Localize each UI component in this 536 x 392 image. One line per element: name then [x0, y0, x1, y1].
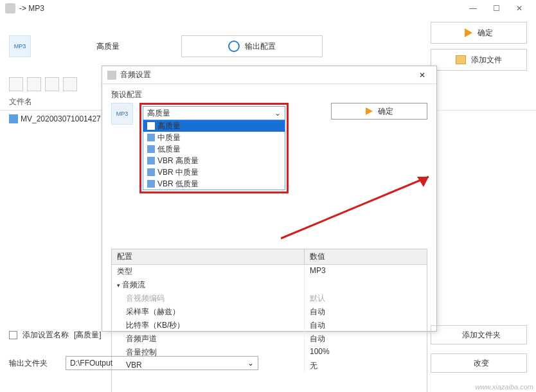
preset-highlight-box: 高质量 ⌄ 高质量 中质量 低质量 VBR 高质量 VBR 中质量 VBR 低质… — [139, 103, 289, 193]
audio-icon — [147, 157, 155, 165]
preset-option[interactable]: 高质量 — [143, 120, 285, 132]
add-folder-label: 添加文件夹 — [462, 330, 501, 341]
bottom-panel: 添加设置名称 [高质量] 添加文件夹 输出文件夹 D:\FFOutput ⌄ 改… — [0, 319, 536, 392]
preset-option[interactable]: 中质量 — [143, 132, 285, 143]
arrow-right-icon — [366, 107, 373, 115]
minimize-button[interactable]: — — [461, 1, 485, 15]
dialog-ok-button[interactable]: 确定 — [331, 103, 427, 120]
preset-option[interactable]: 低质量 — [143, 143, 285, 155]
chevron-down-icon: ⌄ — [274, 109, 281, 118]
tool-button-2[interactable] — [27, 77, 41, 91]
dialog-icon — [107, 71, 116, 80]
output-config-button[interactable]: 输出配置 — [181, 35, 323, 57]
preset-combobox[interactable]: 高质量 ⌄ — [143, 106, 285, 120]
dialog-close-button[interactable]: ✕ — [413, 71, 431, 80]
maximize-button[interactable]: ☐ — [485, 1, 508, 15]
config-table-header: 配置 数值 — [112, 249, 427, 265]
tool-button-4[interactable] — [63, 77, 77, 91]
add-file-button[interactable]: 添加文件 — [431, 49, 527, 71]
preset-option[interactable]: VBR 低质量 — [143, 178, 285, 190]
config-col-key: 配置 — [112, 249, 305, 264]
file-icon — [9, 114, 18, 123]
add-settings-checkbox[interactable] — [9, 331, 17, 339]
quality-label: 高质量 — [96, 41, 135, 52]
preset-dropdown-list: 高质量 中质量 低质量 VBR 高质量 VBR 中质量 VBR 低质量 — [143, 120, 285, 190]
audio-icon — [147, 168, 155, 176]
preset-combo-value: 高质量 — [147, 108, 170, 119]
app-icon — [5, 3, 15, 13]
audio-icon — [147, 134, 155, 141]
add-folder-button[interactable]: 添加文件夹 — [431, 325, 527, 344]
gear-icon — [228, 40, 240, 52]
file-name: MV_202003071001427 — [21, 114, 101, 123]
dialog-titlebar: 音频设置 ✕ — [102, 66, 436, 84]
titlebar: -> MP3 — ☐ ✕ — [0, 0, 536, 17]
output-folder-select[interactable]: D:\FFOutput ⌄ — [66, 356, 258, 370]
ok-button[interactable]: 确定 — [431, 22, 527, 44]
dialog-ok-label: 确定 — [378, 106, 393, 117]
audio-icon — [147, 180, 155, 188]
preset-format-icon: MP3 — [111, 103, 133, 125]
preset-option[interactable]: VBR 中质量 — [143, 166, 285, 178]
ok-label: 确定 — [478, 28, 493, 39]
output-folder-label: 输出文件夹 — [9, 358, 48, 369]
audio-icon — [147, 145, 155, 153]
output-folder-value: D:\FFOutput — [70, 359, 112, 368]
audio-settings-dialog: 音频设置 ✕ 预设配置 MP3 高质量 ⌄ 高质量 中质量 低质量 VBR 高质… — [102, 66, 437, 332]
change-label: 改变 — [474, 358, 489, 369]
config-col-value: 数值 — [305, 249, 427, 264]
preset-option[interactable]: VBR 高质量 — [143, 155, 285, 166]
window-title: -> MP3 — [19, 4, 44, 13]
dialog-title: 音频设置 — [120, 69, 151, 80]
close-button[interactable]: ✕ — [508, 1, 531, 15]
preset-section-label: 预设配置 — [111, 89, 427, 100]
add-settings-label: 添加设置名称 — [22, 330, 69, 341]
settings-name-value: [高质量] — [74, 330, 102, 341]
tool-button-1[interactable] — [9, 77, 23, 91]
add-file-label: 添加文件 — [471, 55, 502, 66]
mp3-format-icon: MP3 — [9, 35, 31, 57]
output-config-label: 输出配置 — [245, 41, 276, 52]
folder-icon — [456, 55, 466, 64]
arrow-right-icon — [465, 28, 472, 37]
play-button[interactable] — [45, 77, 59, 91]
audio-icon — [147, 122, 155, 130]
change-button[interactable]: 改变 — [431, 353, 527, 373]
watermark: www.xiazaiba.com — [476, 383, 533, 391]
chevron-down-icon: ⌄ — [247, 359, 254, 368]
